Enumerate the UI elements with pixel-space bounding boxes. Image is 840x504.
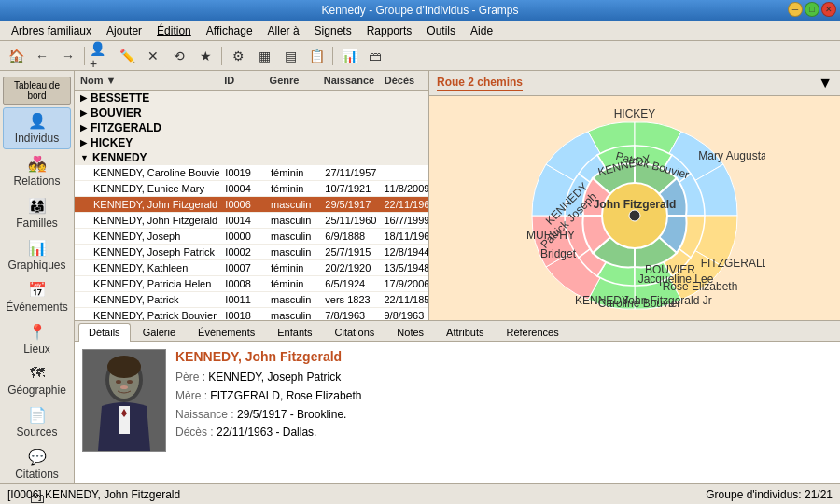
group-fitzgerald[interactable]: ▶ FITZGERALD <box>75 120 428 135</box>
table-row[interactable]: KENNEDY, John Fitzgerald Jr I0014 mascul… <box>75 213 428 229</box>
toolbar-view1[interactable]: ▦ <box>252 44 276 68</box>
toolbar-view2[interactable]: ▤ <box>278 44 302 68</box>
minimize-button[interactable]: ─ <box>788 2 803 17</box>
sidebar-item-relations[interactable]: 💑 Relations <box>3 151 71 191</box>
svg-text:Mary Augusta: Mary Augusta <box>698 149 765 162</box>
sidebar-label-sources: Sources <box>16 426 57 439</box>
menu-signets[interactable]: Signets <box>307 22 359 39</box>
kennedy-rows: KENNEDY, Caroline Bouvier I0019 féminin … <box>75 165 428 320</box>
bouvier-label: BOUVIER <box>91 106 142 119</box>
cell-id: I0004 <box>219 182 265 195</box>
sidebar-dashboard[interactable]: Tableau de bord <box>3 77 71 105</box>
table-row[interactable]: KENNEDY, Patrick I0011 masculin vers 182… <box>75 292 428 308</box>
svg-point-27 <box>120 385 128 389</box>
fan-chart-canvas[interactable]: HICKEY Mary Augusta FITZGERALD Rose Eliz… <box>429 96 840 320</box>
table-row[interactable]: KENNEDY, Joseph Patrick I0002 masculin 2… <box>75 245 428 260</box>
col-header-nom[interactable]: Nom ▼ <box>75 73 218 88</box>
menu-outils[interactable]: Outils <box>419 22 463 39</box>
table-row[interactable]: KENNEDY, Joseph I0000 masculin 6/9/1888 … <box>75 229 428 245</box>
toolbar-back[interactable]: ← <box>30 44 54 68</box>
sidebar-label-evenements: Événements <box>6 301 68 314</box>
sidebar-item-evenements[interactable]: 📅 Événements <box>3 277 71 317</box>
group-bouvier[interactable]: ▶ BOUVIER <box>75 105 428 120</box>
sidebar-item-sources[interactable]: 📄 Sources <box>3 402 71 442</box>
cell-death <box>378 172 428 174</box>
titlebar: Kennedy - Groupe d'Individus - Gramps ─ … <box>0 0 840 21</box>
hickey-label: HICKEY <box>91 136 133 149</box>
cell-birth: vers 1823 <box>319 293 378 306</box>
kennedy-label: KENNEDY <box>92 151 147 164</box>
toolbar-edit[interactable]: ✏️ <box>115 44 139 68</box>
col-header-id[interactable]: ID <box>218 73 263 88</box>
col-header-birth[interactable]: Naissance <box>318 73 379 88</box>
detail-pere: Père : KENNEDY, Joseph Patrick <box>175 370 833 385</box>
toolbar-forward[interactable]: → <box>56 44 80 68</box>
sources-icon: 📄 <box>28 406 47 424</box>
group-bessette[interactable]: ▶ BESSETTE <box>75 91 428 105</box>
toolbar-remove[interactable]: ✕ <box>141 44 165 68</box>
naissance-label: Naissance : <box>175 408 237 421</box>
fan-chart-header: Roue 2 chemins ▼ <box>429 71 840 96</box>
menu-aller[interactable]: Aller à <box>260 22 307 39</box>
table-row[interactable]: KENNEDY, Caroline Bouvier I0019 féminin … <box>75 165 428 181</box>
table-row[interactable]: KENNEDY, Eunice Mary I0004 féminin 10/7/… <box>75 181 428 197</box>
sidebar-label-familles: Familles <box>16 217 58 230</box>
sidebar-item-graphiques[interactable]: 📊 Graphiques <box>3 235 71 275</box>
list-scroll[interactable]: ▶ BESSETTE ▶ BOUVIER ▶ FITZGERALD ▶ HICK… <box>75 91 428 320</box>
bessette-label: BESSETTE <box>91 91 149 105</box>
group-kennedy[interactable]: ▼ KENNEDY <box>75 150 428 165</box>
toolbar-home[interactable]: 🏠 <box>4 44 28 68</box>
tab-attributs[interactable]: Attributs <box>436 323 494 341</box>
lieux-icon: 📍 <box>28 323 47 341</box>
close-button[interactable]: ✕ <box>821 2 836 17</box>
menu-rapports[interactable]: Rapports <box>359 22 420 39</box>
table-row[interactable]: KENNEDY, Patricia Helen I0008 féminin 6/… <box>75 276 428 292</box>
cell-id: I0011 <box>219 293 265 306</box>
tab-notes[interactable]: Notes <box>386 323 434 341</box>
table-row[interactable]: KENNEDY, John Fitzgerald I0006 masculin … <box>75 197 428 213</box>
menu-edition[interactable]: Édition <box>149 22 199 39</box>
fan-chart-title: Roue 2 chemins <box>437 76 523 91</box>
toolbar-add-person[interactable]: 👤+ <box>89 44 113 68</box>
menu-arbres[interactable]: Arbres familiaux <box>4 22 99 39</box>
fan-chart-menu[interactable]: ▼ <box>818 75 833 91</box>
tab-citations[interactable]: Citations <box>325 323 385 341</box>
sidebar-item-geographie[interactable]: 🗺 Géographie <box>3 361 71 400</box>
toolbar-bookmark[interactable]: ★ <box>193 44 217 68</box>
cell-death: 12/8/1944 <box>378 245 428 259</box>
col-header-death[interactable]: Décès <box>379 73 428 88</box>
cell-death: 11/8/2009 <box>378 182 428 195</box>
cell-death: 22/11/1963 <box>378 198 428 211</box>
col-header-genre[interactable]: Genre <box>264 73 318 88</box>
menu-ajouter[interactable]: Ajouter <box>99 22 149 39</box>
menu-aide[interactable]: Aide <box>463 22 500 39</box>
sidebar-item-citations[interactable]: 💬 Citations <box>3 444 71 484</box>
sidebar-label-individus: Individus <box>15 132 59 145</box>
tab-galerie[interactable]: Galerie <box>133 323 186 341</box>
maximize-button[interactable]: □ <box>805 2 819 17</box>
menu-affichage[interactable]: Affichage <box>199 22 260 39</box>
cell-birth: 7/8/1963 <box>319 309 378 320</box>
tab-details[interactable]: Détails <box>78 323 131 342</box>
content-area: Nom ▼ ID Genre Naissance Décès ▶ BESSETT… <box>75 71 840 483</box>
detail-photo <box>82 349 166 452</box>
table-row[interactable]: KENNEDY, Kathleen I0007 féminin 20/2/192… <box>75 260 428 276</box>
menubar: Arbres familiaux Ajouter Édition Afficha… <box>0 21 840 41</box>
toolbar-view3[interactable]: 📋 <box>304 44 329 68</box>
toolbar-chart2[interactable]: 🗃 <box>363 44 387 68</box>
sidebar-item-individus[interactable]: 👤 Individus <box>3 107 71 149</box>
detail-panel: Détails Galerie Événements Enfants Citat… <box>75 320 840 483</box>
tab-enfants[interactable]: Enfants <box>267 323 322 341</box>
toolbar-merge[interactable]: ⟲ <box>167 44 191 68</box>
detail-deces: Décès : 22/11/1963 - Dallas. <box>175 425 833 441</box>
tab-evenements[interactable]: Événements <box>188 323 265 341</box>
cell-genre: masculin <box>265 245 319 259</box>
toolbar-chart1[interactable]: 📊 <box>337 44 361 68</box>
table-row[interactable]: KENNEDY, Patrick Bouvier I0018 masculin … <box>75 308 428 320</box>
tab-references[interactable]: Références <box>496 323 568 341</box>
sidebar-item-lieux[interactable]: 📍 Lieux <box>3 319 71 359</box>
group-hickey[interactable]: ▶ HICKEY <box>75 135 428 150</box>
toolbar-config[interactable]: ⚙ <box>226 44 250 68</box>
sidebar-item-familles[interactable]: 👨‍👩‍👧 Familles <box>3 193 71 233</box>
cell-genre: féminin <box>265 261 319 274</box>
